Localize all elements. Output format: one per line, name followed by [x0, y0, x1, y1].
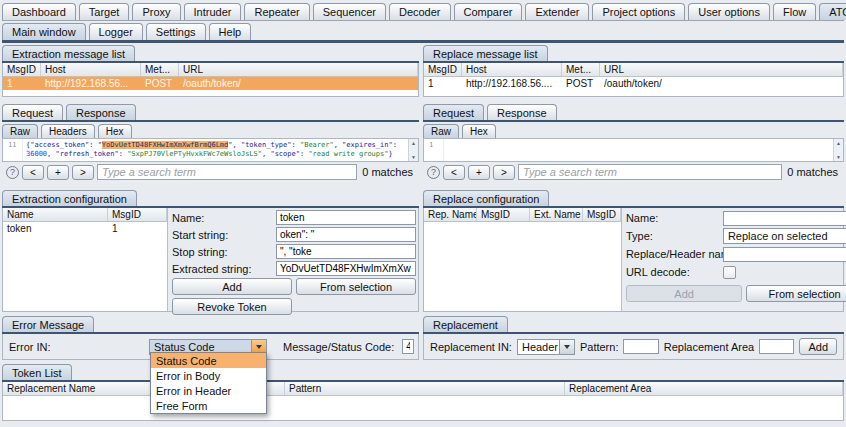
- scroll-down-icon[interactable]: ▼: [836, 154, 841, 160]
- tab-hex[interactable]: Hex: [462, 124, 496, 138]
- tab-ator-extender[interactable]: ATOR Extender: [819, 3, 846, 20]
- tab-raw[interactable]: Raw: [2, 124, 38, 138]
- tab-help[interactable]: Help: [209, 23, 252, 40]
- editor-scrollbar[interactable]: ▲ ▼: [833, 139, 843, 161]
- scroll-down-icon[interactable]: ▼: [411, 154, 416, 160]
- request-editor[interactable]: 1 ▲ ▼: [423, 138, 844, 162]
- tab-extender[interactable]: Extender: [525, 3, 589, 20]
- name-field[interactable]: [276, 210, 416, 225]
- search-input[interactable]: [518, 164, 782, 180]
- dropdown-option-error-in-header[interactable]: Error in Header: [151, 383, 266, 398]
- search-next-button[interactable]: >: [493, 165, 515, 180]
- column-rep-name[interactable]: Rep. Name: [424, 208, 477, 221]
- search-add-button[interactable]: +: [468, 165, 490, 180]
- tab-response[interactable]: Response: [487, 104, 557, 120]
- table-row[interactable]: 1 http://192.168.56.... POST /oauth/toke…: [424, 77, 843, 90]
- scroll-up-icon[interactable]: ▲: [411, 140, 416, 146]
- tab-response[interactable]: Response: [66, 104, 136, 120]
- add-button[interactable]: Add: [172, 278, 292, 295]
- search-prev-button[interactable]: <: [22, 165, 44, 180]
- search-add-button[interactable]: +: [47, 165, 69, 180]
- add-button: Add: [626, 285, 743, 302]
- column-method[interactable]: Met...: [562, 63, 600, 76]
- tab-error-message[interactable]: Error Message: [2, 316, 94, 332]
- tab-settings[interactable]: Settings: [146, 23, 206, 40]
- tab-decoder[interactable]: Decoder: [389, 3, 451, 20]
- column-name[interactable]: Name: [3, 208, 108, 221]
- help-icon[interactable]: ?: [427, 166, 440, 179]
- help-icon[interactable]: ?: [6, 166, 19, 179]
- extraction-message-list-header: MsgID Host Met... URL: [3, 63, 418, 77]
- column-host[interactable]: Host: [41, 63, 141, 76]
- tab-comparer[interactable]: Comparer: [454, 3, 523, 20]
- search-input[interactable]: [97, 164, 357, 180]
- tab-request[interactable]: Request: [423, 104, 484, 120]
- message-status-code-field[interactable]: [402, 339, 414, 354]
- column-method[interactable]: Met...: [141, 63, 179, 76]
- cell-name: token: [3, 222, 108, 235]
- replacement-in-dropdown[interactable]: Header: [517, 339, 575, 355]
- url-decode-checkbox[interactable]: [723, 266, 736, 279]
- tab-project-options[interactable]: Project options: [592, 3, 685, 20]
- ator-sub-tab-bar: Main window Logger Settings Help: [2, 22, 844, 43]
- tab-raw[interactable]: Raw: [423, 124, 459, 138]
- name-field[interactable]: [723, 211, 846, 226]
- revoke-token-button[interactable]: Revoke Token: [172, 298, 292, 315]
- line-number: 1: [424, 139, 444, 161]
- add-button[interactable]: Add: [799, 338, 837, 355]
- pattern-field[interactable]: [623, 339, 658, 354]
- column-msgid[interactable]: MsgID: [108, 208, 167, 221]
- column-host[interactable]: Host: [462, 63, 562, 76]
- column-msgid2[interactable]: MsgID: [583, 208, 621, 221]
- tab-dashboard[interactable]: Dashboard: [2, 3, 76, 20]
- cell-host: http://192.168.56....: [462, 77, 562, 90]
- dropdown-option-free-form[interactable]: Free Form: [151, 398, 266, 413]
- column-msgid[interactable]: MsgID: [424, 63, 462, 76]
- tab-repeater[interactable]: Repeater: [244, 3, 309, 20]
- tab-intruder[interactable]: Intruder: [184, 3, 242, 20]
- tab-logger[interactable]: Logger: [89, 23, 143, 40]
- column-pattern[interactable]: Pattern: [285, 382, 565, 395]
- column-ext-name[interactable]: Ext. Name: [530, 208, 583, 221]
- extracted-string-field[interactable]: [276, 261, 416, 276]
- tab-proxy[interactable]: Proxy: [132, 3, 180, 20]
- tab-request[interactable]: Request: [2, 104, 63, 120]
- stop-string-field[interactable]: [276, 244, 416, 259]
- tab-flow[interactable]: Flow: [773, 3, 816, 20]
- type-dropdown[interactable]: Replace on selected: [723, 228, 846, 244]
- table-row[interactable]: 1 http://192.168.56... POST /oauth/token…: [3, 77, 418, 90]
- column-url[interactable]: URL: [179, 63, 418, 76]
- tab-headers[interactable]: Headers: [41, 124, 95, 138]
- search-prev-button[interactable]: <: [443, 165, 465, 180]
- dropdown-option-error-in-body[interactable]: Error in Body: [151, 368, 266, 383]
- tab-replace-message-list[interactable]: Replace message list: [423, 45, 548, 61]
- tab-hex[interactable]: Hex: [98, 124, 132, 138]
- editor-scrollbar[interactable]: ▲ ▼: [408, 139, 418, 161]
- tab-target[interactable]: Target: [79, 3, 130, 20]
- column-url[interactable]: URL: [600, 63, 843, 76]
- tab-user-options[interactable]: User options: [688, 3, 770, 20]
- code-text: , "expires_in":: [334, 141, 397, 149]
- tab-main-window[interactable]: Main window: [2, 23, 86, 40]
- replace-header-name-field[interactable]: [723, 247, 846, 262]
- from-selection-button[interactable]: From selection: [296, 278, 416, 295]
- start-string-field[interactable]: [276, 227, 416, 242]
- tab-extraction-configuration[interactable]: Extraction configuration: [2, 190, 137, 206]
- scroll-up-icon[interactable]: ▲: [836, 140, 841, 146]
- token-list-header: Replacement Name Pattern Replacement Are…: [3, 382, 843, 396]
- tab-token-list[interactable]: Token List: [2, 364, 72, 380]
- column-msgid[interactable]: MsgID: [477, 208, 530, 221]
- dropdown-option-status-code[interactable]: Status Code: [151, 353, 266, 368]
- tab-replacement[interactable]: Replacement: [423, 316, 508, 332]
- table-row[interactable]: token 1: [3, 222, 167, 235]
- response-editor[interactable]: 11 {"access_token": "YoDvUetTD48FXHwImXm…: [2, 138, 419, 162]
- tab-extraction-message-list[interactable]: Extraction message list: [2, 45, 135, 61]
- search-next-button[interactable]: >: [72, 165, 94, 180]
- tab-sequencer[interactable]: Sequencer: [313, 3, 386, 20]
- tab-replace-configuration[interactable]: Replace configuration: [423, 190, 549, 206]
- column-replacement-area[interactable]: Replacement Area: [565, 382, 843, 395]
- replacement-area-field[interactable]: [759, 339, 794, 354]
- from-selection-button[interactable]: From selection: [746, 285, 846, 302]
- request-body: [444, 139, 833, 161]
- column-msgid[interactable]: MsgID: [3, 63, 41, 76]
